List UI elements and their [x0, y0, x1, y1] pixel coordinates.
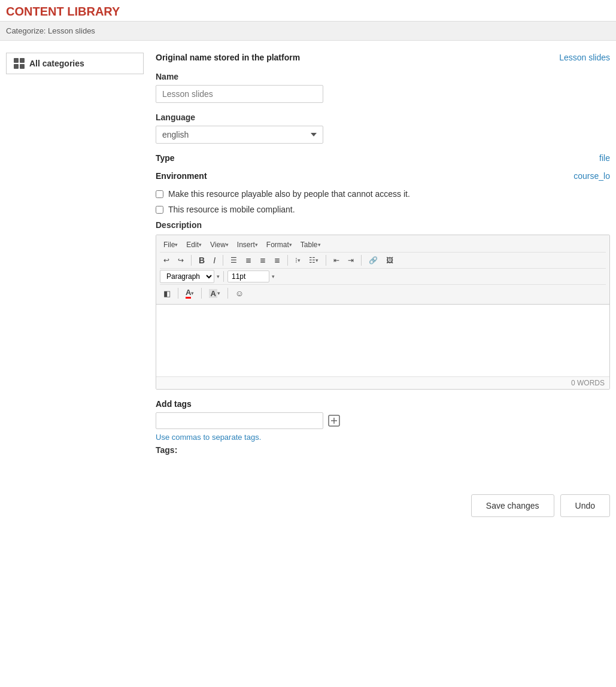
save-changes-button[interactable]: Save changes [471, 494, 554, 517]
highlight-icon: A [209, 289, 217, 298]
editor-toolbar: File ▾ Edit ▾ View ▾ Insert [156, 235, 609, 305]
tags-label: Tags: [156, 445, 610, 455]
indent-icon: ⇥ [348, 256, 354, 265]
source-icon [163, 289, 171, 298]
name-label: Name [156, 72, 610, 81]
paragraph-arrow: ▾ [217, 273, 220, 279]
italic-button[interactable]: I [210, 254, 219, 267]
toolbar-row-paragraph: Paragraph ▾ ▾ [160, 268, 606, 284]
add-tag-button[interactable] [326, 412, 342, 429]
paragraph-select[interactable]: Paragraph [160, 270, 214, 283]
insert-menu-button[interactable]: Insert ▾ [233, 239, 262, 251]
toolbar-sep1 [191, 255, 192, 266]
name-field-group: Name [156, 72, 610, 103]
toolbar-sep4 [326, 255, 326, 266]
sidebar: All categories [6, 53, 144, 464]
tags-section: Add tags Use commas to separate tags. Ta… [156, 399, 610, 455]
align-justify-icon: ≣ [274, 256, 280, 265]
source-button[interactable] [160, 287, 174, 300]
tags-hint: Use commas to separate tags. [156, 433, 610, 442]
text-color-arrow: ▾ [191, 290, 194, 296]
checkbox2-label: This resource is mobile compliant. [168, 205, 295, 214]
align-right-button[interactable]: ≣ [256, 254, 269, 266]
editor-wrapper: File ▾ Edit ▾ View ▾ Insert [156, 235, 610, 390]
editor-content[interactable] [156, 305, 609, 376]
description-group: Description File ▾ Edit ▾ V [156, 220, 610, 390]
emoji-icon [235, 288, 244, 298]
toolbar-sep2 [223, 255, 223, 266]
toolbar-row-menus: File ▾ Edit ▾ View ▾ Insert [160, 238, 606, 252]
original-name-row: Original name stored in the platform Les… [156, 53, 610, 62]
insert-menu-arrow: ▾ [255, 242, 258, 248]
fontsize-arrow: ▾ [272, 273, 275, 279]
ordered-list-button[interactable]: ☷ ▾ [305, 254, 322, 266]
word-count: 0 WORDS [571, 379, 605, 387]
language-select-wrapper: english french spanish german [156, 126, 323, 144]
toolbar-sep8 [201, 288, 202, 299]
text-color-icon: A [186, 288, 191, 299]
environment-label: Environment [156, 171, 207, 181]
file-menu-button[interactable]: File ▾ [160, 239, 181, 251]
undo-button-footer[interactable]: Undo [560, 494, 610, 517]
format-menu-button[interactable]: Format ▾ [263, 239, 296, 251]
footer-buttons: Save changes Undo [0, 482, 616, 529]
type-row: Type file [156, 153, 610, 163]
description-label: Description [156, 220, 610, 230]
original-name-value: Lesson slides [559, 53, 610, 62]
indent-button[interactable]: ⇥ [344, 254, 357, 266]
align-center-icon: ≣ [245, 256, 251, 265]
outdent-button[interactable]: ⇤ [330, 254, 343, 266]
all-categories-button[interactable]: All categories [6, 53, 144, 74]
environment-value: course_lo [573, 171, 610, 181]
add-tags-group: Add tags Use commas to separate tags. Ta… [156, 399, 610, 455]
toolbar-sep9 [227, 288, 228, 299]
edit-menu-button[interactable]: Edit ▾ [183, 239, 205, 251]
content-area: Original name stored in the platform Les… [156, 53, 610, 464]
language-label: Language [156, 113, 610, 122]
redo-button[interactable] [174, 254, 187, 266]
view-menu-button[interactable]: View ▾ [207, 239, 232, 251]
language-field-group: Language english french spanish german [156, 113, 610, 144]
table-menu-button[interactable]: Table ▾ [297, 239, 324, 251]
unordered-list-button[interactable]: ⁝ ▾ [292, 254, 304, 266]
bold-button[interactable]: B [195, 254, 208, 267]
checkbox1-row: Make this resource playable also by peop… [156, 189, 610, 199]
undo-button[interactable] [160, 254, 173, 266]
checkbox1-input[interactable] [156, 190, 163, 198]
tags-input-row [156, 412, 610, 429]
all-categories-label: All categories [29, 59, 84, 68]
outdent-icon: ⇤ [333, 256, 339, 265]
image-button[interactable] [383, 254, 397, 266]
table-menu-arrow: ▾ [318, 242, 321, 248]
toolbar-sep6 [223, 271, 224, 282]
original-name-label: Original name stored in the platform [156, 53, 300, 62]
language-select[interactable]: english french spanish german [156, 126, 323, 144]
fontsize-input[interactable] [227, 270, 269, 282]
align-center-button[interactable]: ≣ [242, 254, 255, 266]
breadcrumb: Categorize: Lesson slides [6, 26, 95, 35]
add-tag-icon [328, 415, 340, 427]
link-button[interactable] [365, 254, 381, 266]
highlight-button[interactable]: A ▾ [205, 287, 223, 300]
italic-icon: I [213, 256, 216, 265]
type-value: file [599, 153, 610, 163]
link-icon [369, 256, 378, 265]
word-count-bar: 0 WORDS [156, 376, 609, 389]
align-justify-button[interactable]: ≣ [271, 254, 284, 266]
toolbar-row-extra: A ▾ A ▾ [160, 284, 606, 302]
align-left-button[interactable]: ☰ [227, 254, 241, 266]
image-icon [386, 256, 393, 265]
tags-input[interactable] [156, 412, 323, 429]
checkbox2-row: This resource is mobile compliant. [156, 205, 610, 214]
ordered-list-arrow: ▾ [315, 257, 318, 263]
add-tags-label: Add tags [156, 399, 610, 409]
toolbar-row-formatting: B I ☰ ≣ ≣ ≣ ⁝ ▾ ☷ ▾ [160, 252, 606, 268]
name-input[interactable] [156, 85, 323, 103]
edit-menu-arrow: ▾ [199, 242, 202, 248]
text-color-button[interactable]: A ▾ [182, 286, 198, 300]
checkbox2-input[interactable] [156, 206, 163, 214]
align-left-icon: ☰ [230, 256, 237, 265]
emoji-button[interactable] [232, 287, 247, 300]
toolbar-sep7 [178, 288, 178, 299]
bold-icon: B [199, 256, 205, 265]
